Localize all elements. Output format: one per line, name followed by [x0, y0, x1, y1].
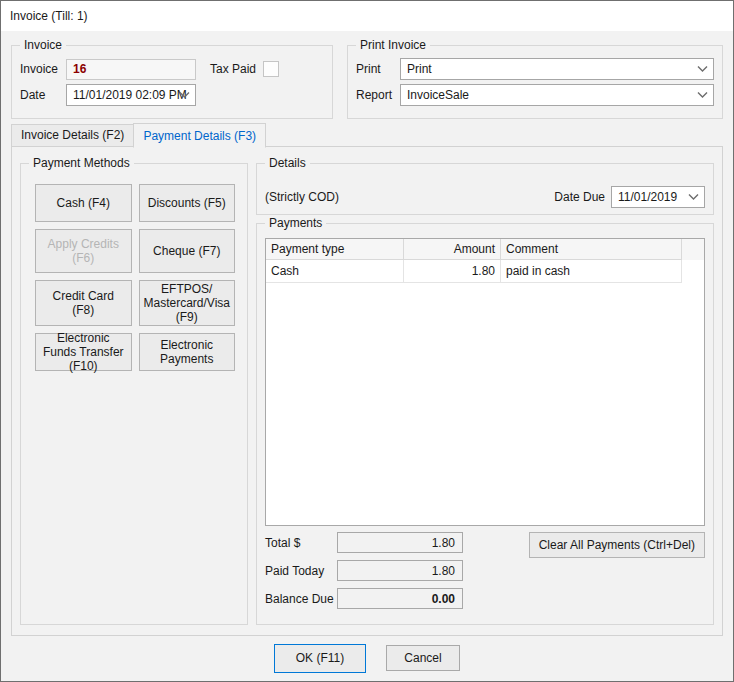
cancel-button-label: Cancel	[404, 651, 441, 665]
invoice-date-value: 11/01/2019 02:09 PM	[73, 88, 187, 102]
column-header-payment-type-label: Payment type	[271, 242, 344, 256]
balance-due-label: Balance Due	[265, 592, 337, 606]
footer: OK (F11) Cancel	[11, 643, 723, 673]
cheque-button-label: Cheque (F7)	[153, 244, 220, 258]
electronic-funds-transfer-button-label: Electronic Funds Transfer (F10)	[40, 331, 127, 373]
invoice-group: Invoice Invoice 16 Tax Paid Date 11/01/2…	[11, 45, 333, 119]
ok-button-label: OK (F11)	[296, 651, 344, 665]
tab-bar: Invoice Details (F2) Payment Details (F3…	[11, 123, 723, 147]
amount-value: 1.80	[472, 264, 495, 278]
credit-card-button-label: Credit Card (F8)	[40, 289, 127, 317]
payment-methods-group: Payment Methods Cash (F4) Discounts (F5)…	[20, 163, 248, 625]
table-row[interactable]: Cash 1.80 paid in cash	[266, 260, 704, 283]
payment-methods-grid: Cash (F4) Discounts (F5) Apply Credits (…	[35, 184, 235, 371]
tax-paid-checkbox[interactable]	[263, 61, 279, 77]
invoice-number-field[interactable]: 16	[66, 59, 196, 80]
cell-amount: 1.80	[404, 260, 501, 283]
payments-table-header: Payment type Amount Comment	[266, 239, 704, 260]
paid-today-value: 1.80	[432, 564, 455, 578]
strictly-cod-note: (Strictly COD)	[265, 190, 339, 204]
apply-credits-button: Apply Credits (F6)	[35, 229, 132, 273]
apply-credits-button-label: Apply Credits (F6)	[40, 237, 127, 265]
electronic-funds-transfer-button[interactable]: Electronic Funds Transfer (F10)	[35, 333, 132, 371]
report-combo[interactable]: InvoiceSale	[400, 84, 714, 106]
chevron-down-icon	[688, 194, 699, 201]
invoice-date-combo[interactable]: 11/01/2019 02:09 PM	[66, 84, 196, 106]
column-header-payment-type[interactable]: Payment type	[266, 239, 404, 260]
payment-methods-title: Payment Methods	[29, 156, 134, 170]
tab-payment-details[interactable]: Payment Details (F3)	[133, 123, 266, 148]
date-due-wrap: Date Due 11/01/2019	[554, 186, 705, 208]
invoice-date-row: Date 11/01/2019 02:09 PM	[20, 84, 322, 106]
total-label: Total $	[265, 536, 337, 550]
tab-invoice-details[interactable]: Invoice Details (F2)	[11, 124, 134, 147]
payment-details-panel: Payment Methods Cash (F4) Discounts (F5)…	[11, 146, 723, 636]
tax-paid-label: Tax Paid	[210, 62, 256, 76]
tab-invoice-details-label: Invoice Details (F2)	[21, 128, 124, 142]
date-due-value: 11/01/2019	[618, 190, 677, 204]
discounts-button[interactable]: Discounts (F5)	[139, 184, 236, 222]
totals-area: Total $ 1.80 Paid Today 1.80 Balance Due…	[265, 532, 705, 616]
invoice-date-label: Date	[20, 88, 66, 102]
discounts-button-label: Discounts (F5)	[148, 196, 226, 210]
print-combo[interactable]: Print	[400, 58, 714, 80]
total-field: 1.80	[337, 532, 463, 553]
eftpos-button-label: EFTPOS/ Mastercard/Visa (F9)	[144, 282, 231, 324]
details-group: Details (Strictly COD) Date Due 11/01/20…	[256, 163, 714, 215]
cell-payment-type: Cash	[266, 260, 404, 283]
cell-comment: paid in cash	[501, 260, 682, 283]
chevron-down-icon	[697, 66, 708, 73]
chevron-down-icon	[179, 92, 190, 99]
comment-value: paid in cash	[506, 264, 570, 278]
payments-group-title: Payments	[265, 216, 326, 230]
invoice-group-title: Invoice	[20, 38, 66, 52]
payment-type-value: Cash	[271, 264, 299, 278]
top-row: Invoice Invoice 16 Tax Paid Date 11/01/2…	[11, 45, 723, 119]
report-row: Report InvoiceSale	[356, 84, 714, 106]
electronic-payments-button-label: Electronic Payments	[144, 338, 231, 366]
credit-card-button[interactable]: Credit Card (F8)	[35, 280, 132, 326]
paid-today-field: 1.80	[337, 560, 463, 581]
invoice-number-value: 16	[73, 62, 86, 76]
paid-today-row: Paid Today 1.80	[265, 560, 463, 581]
column-header-comment[interactable]: Comment	[501, 239, 682, 260]
cash-button-label: Cash (F4)	[57, 196, 110, 210]
totals: Total $ 1.80 Paid Today 1.80 Balance Due…	[265, 532, 463, 616]
clear-all-payments-label: Clear All Payments (Ctrl+Del)	[539, 538, 695, 552]
cheque-button[interactable]: Cheque (F7)	[139, 229, 236, 273]
ok-button[interactable]: OK (F11)	[274, 644, 366, 673]
payments-group: Payments Payment type Amount Comment Cas…	[256, 223, 714, 625]
title-bar: Invoice (Till: 1)	[1, 1, 733, 31]
paid-today-label: Paid Today	[265, 564, 337, 578]
details-column: Details (Strictly COD) Date Due 11/01/20…	[256, 163, 714, 625]
date-due-label: Date Due	[554, 190, 605, 204]
window-title: Invoice (Till: 1)	[10, 9, 88, 23]
column-header-amount[interactable]: Amount	[404, 239, 501, 260]
chevron-down-icon	[697, 92, 708, 99]
print-value: Print	[407, 62, 432, 76]
report-value: InvoiceSale	[407, 88, 469, 102]
print-invoice-group-title: Print Invoice	[356, 38, 430, 52]
balance-due-row: Balance Due 0.00	[265, 588, 463, 609]
invoice-number-label: Invoice	[20, 62, 66, 76]
total-value: 1.80	[432, 536, 455, 550]
electronic-payments-button[interactable]: Electronic Payments	[139, 333, 236, 371]
balance-due-field: 0.00	[337, 588, 463, 609]
invoice-number-row: Invoice 16 Tax Paid	[20, 58, 322, 80]
invoice-dialog: Invoice (Till: 1) Invoice Invoice 16 Tax…	[0, 0, 734, 682]
balance-due-value: 0.00	[432, 592, 455, 606]
print-invoice-group: Print Invoice Print Print Report Invoice…	[347, 45, 723, 119]
print-label: Print	[356, 62, 400, 76]
eftpos-button[interactable]: EFTPOS/ Mastercard/Visa (F9)	[139, 280, 236, 326]
clear-all-payments-button[interactable]: Clear All Payments (Ctrl+Del)	[529, 532, 705, 558]
cash-button[interactable]: Cash (F4)	[35, 184, 132, 222]
date-due-combo[interactable]: 11/01/2019	[611, 186, 705, 208]
dialog-body: Invoice Invoice 16 Tax Paid Date 11/01/2…	[1, 31, 733, 673]
payments-table: Payment type Amount Comment Cash 1.80 pa…	[265, 238, 705, 526]
report-label: Report	[356, 88, 400, 102]
cancel-button[interactable]: Cancel	[386, 645, 460, 671]
column-header-amount-label: Amount	[454, 242, 495, 256]
print-row: Print Print	[356, 58, 714, 80]
total-row: Total $ 1.80	[265, 532, 463, 553]
details-group-title: Details	[265, 156, 310, 170]
